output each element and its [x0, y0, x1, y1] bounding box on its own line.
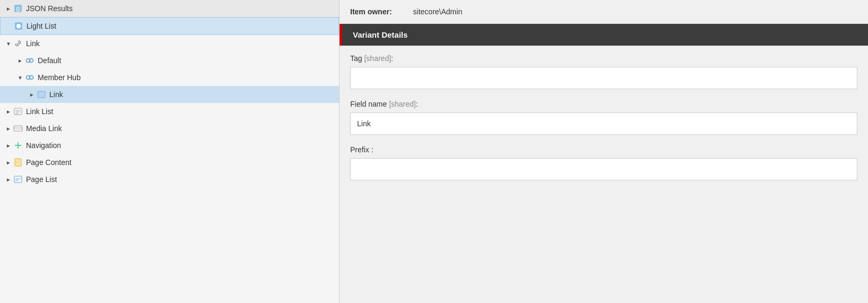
tree-item-navigation[interactable]: Navigation [0, 137, 339, 154]
field-label-field-name: Field name [shared]: [350, 100, 857, 108]
tree-item-link[interactable]: Link [0, 35, 339, 52]
label-link: Link [26, 39, 40, 48]
label-navigation: Navigation [26, 141, 61, 150]
tree-item-link-list[interactable]: Link List [0, 103, 339, 120]
arrow-link-default[interactable] [16, 56, 24, 65]
label-link-member-hub-link: Link [49, 90, 63, 99]
label-page-list: Page List [26, 175, 57, 184]
icon-page-list [13, 174, 23, 185]
icon-link [13, 38, 23, 49]
arrow-link-list[interactable] [4, 107, 13, 116]
field-input-tag-field[interactable] [350, 67, 857, 89]
label-link-default: Default [38, 56, 61, 65]
label-page-content: Page Content [26, 158, 72, 167]
tree-item-page-list[interactable]: Page List [0, 171, 339, 188]
label-link-list: Link List [26, 107, 53, 116]
form-field-field-name: Field name [shared]: [350, 100, 857, 135]
tree-item-json-results[interactable]: {}JSON Results [0, 0, 339, 17]
icon-light-list [13, 21, 24, 31]
tree-item-light-list[interactable]: Light List [0, 17, 339, 35]
arrow-json-results[interactable] [4, 4, 13, 13]
field-label-tag-field: Tag [shared]: [350, 54, 857, 63]
tree-item-link-member-hub-link[interactable]: Link [0, 86, 339, 103]
svg-rect-13 [14, 126, 22, 131]
svg-point-3 [16, 24, 21, 28]
tree-item-page-content[interactable]: Page Content [0, 154, 339, 171]
form-section: Tag [shared]:Field name [shared]:Prefix … [340, 46, 868, 200]
tree-item-media-link[interactable]: Media Link [0, 120, 339, 137]
icon-link-member-hub [24, 72, 35, 83]
form-field-tag-field: Tag [shared]: [350, 54, 857, 89]
arrow-link-member-hub-link[interactable] [28, 90, 36, 99]
icon-link-list [13, 106, 23, 117]
svg-rect-21 [14, 176, 22, 183]
svg-rect-18 [15, 159, 21, 166]
tree-item-link-member-hub[interactable]: Member Hub [0, 69, 339, 86]
svg-text:{}: {} [16, 6, 20, 12]
icon-navigation [13, 140, 23, 151]
arrow-link[interactable] [4, 39, 13, 48]
detail-panel: Item owner: sitecore\Admin Variant Detai… [340, 0, 868, 303]
svg-rect-8 [38, 91, 45, 98]
label-light-list: Light List [27, 22, 56, 30]
arrow-media-link[interactable] [4, 124, 13, 133]
field-label-prefix-field: Prefix : [350, 145, 857, 154]
icon-page-content [13, 157, 23, 168]
arrow-page-list[interactable] [4, 175, 13, 184]
tree-panel: {}JSON ResultsLight ListLinkDefaultMembe… [0, 0, 340, 303]
variant-details-header: Variant Details [340, 24, 868, 46]
item-owner-value: sitecore\Admin [413, 7, 463, 16]
field-input-field-name[interactable] [350, 112, 857, 135]
icon-link-default [24, 55, 35, 66]
item-owner-row: Item owner: sitecore\Admin [340, 0, 868, 24]
tree-item-link-default[interactable]: Default [0, 52, 339, 69]
item-owner-label: Item owner: [350, 7, 392, 16]
label-json-results: JSON Results [26, 4, 73, 13]
arrow-page-content[interactable] [4, 158, 13, 167]
field-input-prefix-field[interactable] [350, 158, 857, 180]
form-field-prefix-field: Prefix : [350, 145, 857, 180]
icon-media-link [13, 123, 23, 134]
icon-json-results: {} [13, 3, 23, 14]
icon-link-member-hub-link [36, 89, 47, 100]
arrow-navigation[interactable] [4, 141, 13, 150]
label-media-link: Media Link [26, 124, 62, 133]
variant-details-title: Variant Details [353, 30, 407, 39]
arrow-link-member-hub[interactable] [16, 73, 24, 82]
label-link-member-hub: Member Hub [38, 73, 81, 82]
